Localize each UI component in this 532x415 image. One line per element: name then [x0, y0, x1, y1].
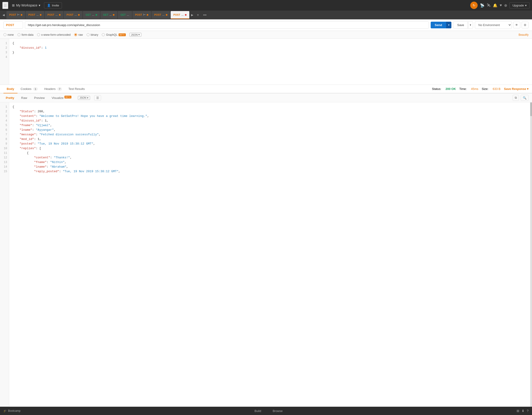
- build-tab[interactable]: Build: [249, 408, 267, 414]
- help-icon[interactable]: ?: [527, 409, 529, 413]
- sort-icon-button[interactable]: ☰: [94, 95, 101, 100]
- bootcamp-icon: 🎓: [3, 409, 7, 413]
- binary-radio-circle: [86, 33, 90, 36]
- cookies-count: 1: [33, 87, 38, 91]
- save-dropdown-button[interactable]: ▾: [468, 21, 473, 29]
- save-response-chevron-icon: ▾: [527, 87, 529, 91]
- resp-code-line-7: "message": "Fetched discussion successfu…: [12, 132, 527, 137]
- upgrade-button[interactable]: Upgrade ▾: [509, 2, 530, 9]
- env-gear-button[interactable]: ⚙: [522, 22, 529, 28]
- top-nav-left: ☰ ⊞ My Workspace ▾ 👤 Invite: [2, 2, 62, 9]
- save-button[interactable]: Save: [453, 21, 468, 29]
- resp-line-num-10: 10: [4, 146, 7, 151]
- refresh-button[interactable]: ↻: [470, 2, 478, 9]
- resp-json-label: JSON: [79, 96, 86, 99]
- add-tab-button[interactable]: +: [195, 12, 201, 18]
- req-line-num-4: 4: [6, 55, 7, 59]
- resp-line-num-13: 13: [4, 160, 7, 165]
- method-select[interactable]: POST GET PUT DELETE: [3, 21, 23, 29]
- search-button[interactable]: 🔍: [521, 95, 529, 101]
- resp-code-line-4: "discuss_id": 1,: [12, 119, 527, 123]
- raw-radio-circle: [74, 33, 77, 36]
- radar-icon[interactable]: 📡: [480, 3, 484, 8]
- none-radio[interactable]: none: [3, 33, 14, 36]
- resp-line-num-1: 1: [6, 105, 7, 109]
- pretty-tab-preview[interactable]: Preview: [32, 95, 47, 100]
- graphql-radio[interactable]: GraphQL BETA: [102, 33, 125, 36]
- bootcamp-label: Bootcamp: [8, 409, 20, 413]
- satellite-icon[interactable]: 🛰: [487, 3, 491, 7]
- tab-item-5[interactable]: GET ...: [100, 11, 117, 19]
- pretty-tab-raw[interactable]: Raw: [19, 95, 29, 100]
- preview-label: Preview: [34, 96, 45, 99]
- env-eye-button[interactable]: 👁: [513, 22, 520, 28]
- more-tabs-button[interactable]: •••: [201, 12, 209, 18]
- tab-item-0[interactable]: POST ⊢: [6, 11, 25, 19]
- tab-item-4[interactable]: GET ...: [83, 11, 100, 19]
- workspace-button[interactable]: ⊞ My Workspace ▾: [10, 2, 42, 8]
- tab-dot-8: [166, 14, 167, 16]
- tab-item-6[interactable]: GET ...: [118, 11, 132, 19]
- tab-item-1[interactable]: POST ...: [26, 11, 44, 19]
- urlencoded-radio-circle: [37, 33, 40, 36]
- browse-tab[interactable]: Browse: [267, 408, 288, 414]
- tab-label-9: ...: [181, 13, 184, 16]
- copy-button[interactable]: ⧉: [513, 95, 519, 101]
- response-code-content[interactable]: { "Status": 200, "content": "Welcome to …: [9, 102, 530, 407]
- resp-line-num-4: 4: [6, 119, 7, 123]
- resp-line-num-5: 5: [6, 123, 7, 128]
- json-format-selector[interactable]: JSON ▾: [129, 33, 142, 37]
- form-data-radio[interactable]: form-data: [18, 33, 33, 36]
- req-line-num-1: 1: [6, 41, 7, 46]
- time-value: 45ms: [471, 87, 478, 91]
- url-input[interactable]: https://get-sat-pro.herokuapp.com/api/vi…: [25, 21, 429, 29]
- urlencoded-radio[interactable]: x-www-form-urlencoded: [37, 33, 70, 36]
- download-icon[interactable]: ⬇: [522, 409, 524, 413]
- tab-scroll-left-button[interactable]: ◀: [1, 12, 6, 18]
- pretty-tab-pretty[interactable]: Pretty: [3, 95, 17, 100]
- tab-dot-3: [78, 14, 80, 16]
- resp-line-num-14: 14: [4, 165, 7, 169]
- beautify-button[interactable]: Beautify: [519, 33, 529, 36]
- resp-line-num-9: 9: [6, 142, 7, 146]
- response-scrollbar[interactable]: [530, 102, 532, 407]
- send-dropdown-button[interactable]: ▾: [446, 22, 451, 28]
- tab-method-6: GET: [120, 13, 126, 16]
- response-scrollbar-thumb[interactable]: [530, 102, 532, 116]
- tab-test-results[interactable]: Test Results: [65, 85, 88, 93]
- raw-radio[interactable]: raw: [74, 33, 83, 36]
- invite-icon: 👤: [47, 4, 51, 7]
- tab-item-9[interactable]: POST ...: [171, 11, 189, 19]
- send-button[interactable]: Send: [431, 22, 446, 28]
- resp-code-line-2: "Status": 200,: [12, 109, 527, 114]
- binary-radio[interactable]: binary: [86, 33, 98, 36]
- tab-item-7[interactable]: POST ⊢: [133, 11, 151, 19]
- request-code-content[interactable]: { "discuss_id": 1 }: [9, 39, 532, 85]
- tab-body[interactable]: Body: [3, 85, 18, 93]
- plus-icon[interactable]: ⊕: [504, 3, 507, 8]
- tab-dot-5: [113, 14, 114, 16]
- tab-item-3[interactable]: POST ...: [64, 11, 82, 19]
- tab-headers[interactable]: Headers 7: [41, 85, 65, 93]
- tab-method-9: POST: [173, 13, 180, 16]
- invite-button[interactable]: 👤 Invite: [44, 2, 62, 9]
- resp-line-num-7: 7: [6, 132, 7, 137]
- body-options-bar: none form-data x-www-form-urlencoded raw…: [0, 31, 532, 39]
- layout-icon[interactable]: ⊞: [517, 409, 519, 413]
- bootcamp-button[interactable]: 🎓 Bootcamp: [3, 409, 20, 413]
- tab-scroll-right-button[interactable]: ▶: [190, 12, 195, 18]
- heart-icon[interactable]: ♥: [500, 3, 502, 7]
- bell-icon[interactable]: 🔔: [493, 3, 497, 8]
- req-code-line-2: "discuss_id": 1: [12, 46, 529, 50]
- resp-json-selector[interactable]: JSON ▾: [78, 96, 90, 100]
- tab-item-2[interactable]: POST ...: [45, 11, 63, 19]
- resp-code-line-6: "lname": "Ayyangar",: [12, 128, 527, 132]
- save-response-button[interactable]: Save Response ▾: [504, 87, 529, 91]
- resp-code-line-1: {: [12, 105, 527, 109]
- bottom-right-icons: ⊞ ⬇ ?: [517, 409, 529, 413]
- env-select[interactable]: No Environment: [475, 21, 512, 29]
- sidebar-toggle-button[interactable]: ☰: [2, 2, 8, 9]
- pretty-tab-visualize[interactable]: Visualize BETA: [49, 95, 74, 100]
- tab-cookies[interactable]: Cookies 1: [18, 85, 41, 93]
- tab-item-8[interactable]: POST ...: [152, 11, 170, 19]
